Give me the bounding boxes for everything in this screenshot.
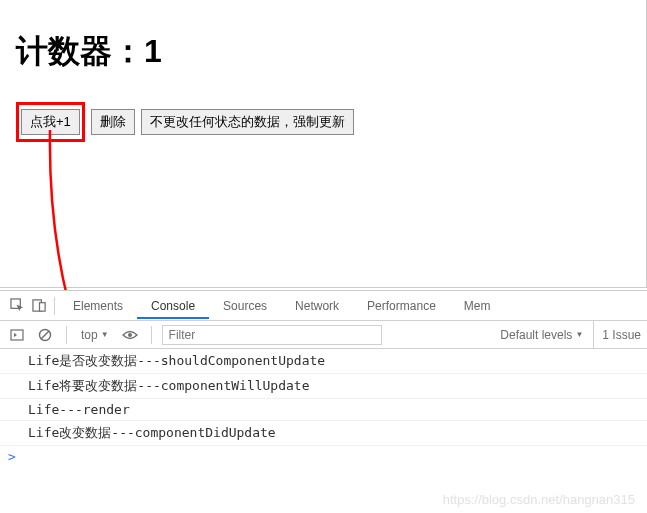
console-row: Life是否改变数据---shouldComponentUpdate (0, 349, 647, 374)
force-update-button[interactable]: 不更改任何状态的数据，强制更新 (141, 109, 354, 135)
tab-memory[interactable]: Mem (450, 293, 505, 319)
console-row: Life将要改变数据---componentWillUpdate (0, 374, 647, 399)
separator (54, 297, 55, 315)
svg-point-7 (128, 333, 132, 337)
tab-sources[interactable]: Sources (209, 293, 281, 319)
tab-elements[interactable]: Elements (59, 293, 137, 319)
increment-button[interactable]: 点我+1 (21, 109, 80, 135)
context-label: top (81, 328, 98, 342)
devtools-panel: Elements Console Sources Network Perform… (0, 290, 647, 513)
title-prefix: 计数器： (16, 33, 144, 69)
tab-network[interactable]: Network (281, 293, 353, 319)
svg-line-6 (41, 331, 49, 339)
counter-value: 1 (144, 33, 162, 69)
issues-label: 1 Issue (602, 328, 641, 342)
issues-indicator[interactable]: 1 Issue (593, 321, 641, 348)
tab-console[interactable]: Console (137, 293, 209, 319)
levels-select[interactable]: Default levels ▼ (496, 327, 587, 343)
dropdown-icon: ▼ (575, 330, 583, 339)
console-row: Life---render (0, 399, 647, 421)
eye-icon[interactable] (119, 324, 141, 346)
console-prompt[interactable]: > (0, 446, 647, 467)
inspect-icon[interactable] (6, 295, 28, 317)
sidebar-toggle-icon[interactable] (6, 324, 28, 346)
button-row: 点我+1 删除 不更改任何状态的数据，强制更新 (16, 102, 630, 142)
console-row: Life改变数据---componentDidUpdate (0, 421, 647, 446)
dropdown-icon: ▼ (101, 330, 109, 339)
console-toolbar: top ▼ Default levels ▼ 1 Issue (0, 321, 647, 349)
counter-title: 计数器：1 (16, 30, 630, 74)
separator (151, 326, 152, 344)
svg-rect-3 (39, 303, 45, 311)
app-page: 计数器：1 点我+1 删除 不更改任何状态的数据，强制更新 (0, 0, 647, 288)
console-output: Life是否改变数据---shouldComponentUpdate Life将… (0, 349, 647, 467)
levels-label: Default levels (500, 328, 572, 342)
separator (66, 326, 67, 344)
clear-console-icon[interactable] (34, 324, 56, 346)
devtools-tabbar: Elements Console Sources Network Perform… (0, 291, 647, 321)
highlight-box: 点我+1 (16, 102, 85, 142)
device-icon[interactable] (28, 295, 50, 317)
delete-button[interactable]: 删除 (91, 109, 135, 135)
tab-performance[interactable]: Performance (353, 293, 450, 319)
context-select[interactable]: top ▼ (77, 327, 113, 343)
filter-input[interactable] (162, 325, 382, 345)
